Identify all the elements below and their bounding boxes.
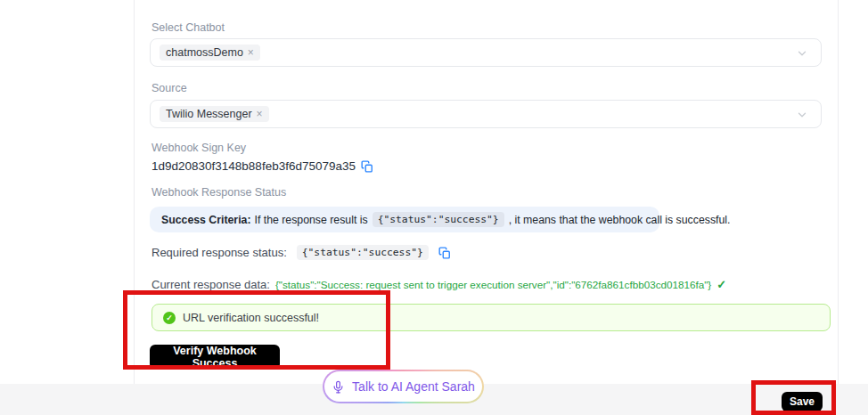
chatbot-label: Select Chatbot bbox=[151, 21, 225, 34]
source-tag-label: Twilio Messenger bbox=[166, 108, 252, 120]
url-verification-alert: ✓ URL verification successful! bbox=[151, 304, 831, 331]
success-criteria-post: , it means that the webhook call is succ… bbox=[509, 214, 731, 226]
required-status-code: {"status":"success"} bbox=[297, 245, 429, 260]
check-circle-icon: ✓ bbox=[163, 312, 176, 324]
current-response-value: {"status":"Success: request sent to trig… bbox=[275, 279, 711, 290]
source-tag-remove-icon[interactable]: × bbox=[257, 108, 263, 120]
current-response-row: Current response data: {"status":"Succes… bbox=[151, 278, 726, 291]
sign-key-row: 1d9d20830f3148b88feb3f6d75079a35 bbox=[151, 159, 373, 173]
required-status-row: Required response status: {"status":"suc… bbox=[151, 245, 451, 260]
sign-key-value: 1d9d20830f3148b88feb3f6d75079a35 bbox=[151, 159, 356, 173]
chevron-down-icon bbox=[796, 109, 808, 121]
copy-icon[interactable] bbox=[438, 247, 451, 259]
save-button[interactable]: Save bbox=[782, 392, 823, 411]
source-label: Source bbox=[151, 82, 187, 94]
webhook-settings-page: Select Chatbot chatmossDemo × Source Twi… bbox=[0, 0, 868, 415]
success-criteria-code: {"status":"success"} bbox=[373, 212, 504, 227]
microphone-icon bbox=[332, 380, 345, 394]
copy-icon[interactable] bbox=[361, 160, 373, 173]
current-response-label: Current response data: bbox=[151, 278, 270, 291]
sign-key-label: Webhook Sign Key bbox=[151, 142, 246, 154]
verify-webhook-button[interactable]: Verify Webhook Success bbox=[150, 345, 280, 370]
success-criteria-pre: If the response result is bbox=[254, 214, 367, 226]
success-check-icon: ✓ bbox=[717, 278, 726, 291]
chevron-down-icon bbox=[796, 47, 808, 60]
alert-text: URL verification successful! bbox=[183, 312, 319, 324]
talk-to-agent-label: Talk to AI Agent Sarah bbox=[352, 379, 475, 394]
source-tag: Twilio Messenger × bbox=[160, 106, 269, 122]
response-status-label: Webhook Response Status bbox=[151, 186, 286, 199]
success-criteria-title: Success Criteria: bbox=[161, 214, 250, 226]
required-status-label: Required response status: bbox=[151, 246, 287, 259]
talk-to-agent-button[interactable]: Talk to AI Agent Sarah bbox=[323, 370, 484, 403]
chatbot-tag: chatmossDemo × bbox=[160, 45, 260, 61]
chatbot-select[interactable]: chatmossDemo × bbox=[150, 38, 822, 67]
source-select[interactable]: Twilio Messenger × bbox=[150, 100, 822, 128]
chatbot-tag-label: chatmossDemo bbox=[166, 46, 243, 59]
chatbot-tag-remove-icon[interactable]: × bbox=[248, 46, 254, 59]
success-criteria-note: Success Criteria: If the response result… bbox=[150, 207, 659, 232]
